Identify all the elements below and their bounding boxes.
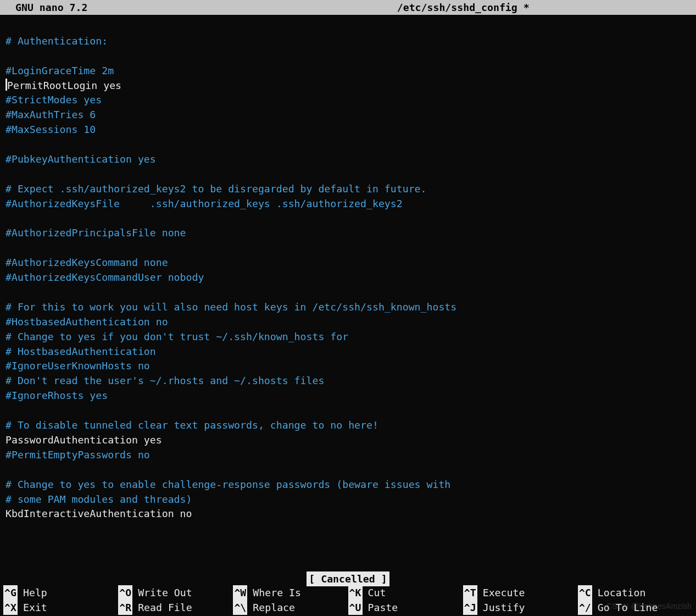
- shortcut-write-out[interactable]: ^OWrite Out: [118, 585, 233, 600]
- editor-line[interactable]: [5, 403, 691, 418]
- editor-line[interactable]: [5, 167, 691, 182]
- editor-line[interactable]: [5, 463, 691, 478]
- shortcut-exit[interactable]: ^XExit: [3, 600, 118, 615]
- editor-line[interactable]: # Change to yes to enable challenge-resp…: [5, 478, 691, 492]
- editor-line[interactable]: #MaxAuthTries 6: [5, 108, 691, 123]
- editor-line[interactable]: # Authentication:: [5, 34, 691, 49]
- shortcut-paste[interactable]: ^UPaste: [348, 600, 463, 615]
- editor-line[interactable]: #PermitEmptyPasswords no: [5, 448, 691, 463]
- editor-line[interactable]: #IgnoreRhosts yes: [5, 389, 691, 403]
- comment-text: #IgnoreRhosts yes: [5, 390, 108, 401]
- shortcut-replace[interactable]: ^\Replace: [233, 600, 348, 615]
- editor-line[interactable]: # HostbasedAuthentication: [5, 345, 691, 359]
- editor-line[interactable]: PasswordAuthentication yes: [5, 433, 691, 448]
- comment-text: # HostbasedAuthentication: [5, 346, 156, 357]
- editor-line[interactable]: # For this to work you will also need ho…: [5, 300, 691, 315]
- editor-line[interactable]: #IgnoreUserKnownHosts no: [5, 359, 691, 374]
- editor-line[interactable]: [5, 241, 691, 256]
- shortcut-execute[interactable]: ^TExecute: [463, 585, 578, 600]
- comment-text: # Change to yes if you don't trust ~/.ss…: [5, 331, 348, 342]
- comment-text: #PermitEmptyPasswords no: [5, 449, 150, 460]
- comment-text: #LoginGraceTime 2m: [5, 65, 114, 76]
- shortcut-row-1: ^GHelp^OWrite Out^WWhere Is^KCut^TExecut…: [3, 585, 693, 600]
- shortcut-label: Execute: [477, 585, 525, 600]
- shortcut-key: ^\: [233, 600, 247, 615]
- comment-text: #AuthorizedKeysCommand none: [5, 257, 168, 268]
- config-text: PasswordAuthentication yes: [5, 434, 162, 446]
- shortcut-location[interactable]: ^CLocation: [578, 585, 693, 600]
- comment-text: # Don't read the user's ~/.rhosts and ~/…: [5, 375, 324, 386]
- comment-text: #AuthorizedKeysCommandUser nobody: [5, 271, 204, 283]
- shortcut-row-2: ^XExit^RRead File^\Replace^UPaste^JJusti…: [3, 600, 693, 615]
- shortcut-label: Write Out: [132, 585, 192, 600]
- comment-text: # Change to yes to enable challenge-resp…: [5, 479, 450, 490]
- editor-line[interactable]: [5, 49, 691, 64]
- shortcut-label: Paste: [363, 600, 398, 615]
- comment-text: # Expect .ssh/authorized_keys2 to be dis…: [5, 183, 427, 195]
- shortcut-label: Help: [18, 585, 47, 600]
- comment-text: #HostbasedAuthentication no: [5, 316, 168, 328]
- editor-line[interactable]: #LoginGraceTime 2m: [5, 64, 691, 79]
- config-text: PermitRootLogin yes: [7, 80, 121, 91]
- shortcut-justify[interactable]: ^JJustify: [463, 600, 578, 615]
- comment-text: # Authentication:: [5, 35, 108, 47]
- editor-line[interactable]: #AuthorizedKeysCommandUser nobody: [5, 270, 691, 285]
- editor-line[interactable]: #PubkeyAuthentication yes: [5, 152, 691, 167]
- editor-line[interactable]: KbdInteractiveAuthentication no: [5, 507, 691, 521]
- shortcut-key: ^J: [463, 600, 477, 615]
- editor-line[interactable]: # Change to yes if you don't trust ~/.ss…: [5, 330, 691, 345]
- comment-text: #AuthorizedPrincipalsFile none: [5, 227, 186, 238]
- shortcut-help[interactable]: ^GHelp: [3, 585, 118, 600]
- app-name: GNU nano 7.2: [5, 0, 87, 15]
- comment-text: #MaxSessions 10: [5, 124, 96, 135]
- shortcut-key: ^O: [118, 585, 132, 600]
- status-message: [ Cancelled ]: [307, 571, 389, 586]
- shortcut-label: Cut: [363, 585, 386, 600]
- editor-line[interactable]: [5, 212, 691, 226]
- shortcut-key: ^U: [348, 600, 363, 615]
- config-text: KbdInteractiveAuthentication no: [5, 508, 192, 519]
- comment-text: #AuthorizedKeysFile .ssh/authorized_keys…: [5, 198, 403, 209]
- editor-line[interactable]: PermitRootLogin yes: [5, 79, 691, 93]
- shortcut-key: ^W: [233, 585, 247, 600]
- shortcut-read-file[interactable]: ^RRead File: [118, 600, 233, 615]
- shortcut-label: Exit: [18, 600, 47, 615]
- shortcut-key: ^X: [3, 600, 18, 615]
- watermark: CSDN @HolmesAmzish: [606, 599, 692, 614]
- shortcut-key: ^R: [118, 600, 132, 615]
- filename: /etc/ssh/sshd_config *: [87, 0, 691, 15]
- shortcut-key: ^C: [578, 585, 592, 600]
- editor-line[interactable]: # To disable tunneled clear text passwor…: [5, 418, 691, 433]
- shortcut-label: Justify: [477, 600, 525, 615]
- comment-text: # For this to work you will also need ho…: [5, 301, 456, 313]
- shortcut-cut[interactable]: ^KCut: [348, 585, 463, 600]
- shortcut-label: Read File: [132, 600, 192, 615]
- editor-line[interactable]: # some PAM modules and threads): [5, 492, 691, 507]
- comment-text: #PubkeyAuthentication yes: [5, 153, 156, 165]
- editor-line[interactable]: [5, 19, 691, 34]
- shortcut-key: ^G: [3, 585, 18, 600]
- shortcut-label: Where Is: [247, 585, 301, 600]
- shortcut-where-is[interactable]: ^WWhere Is: [233, 585, 348, 600]
- comment-text: #MaxAuthTries 6: [5, 109, 96, 120]
- nano-titlebar: GNU nano 7.2 /etc/ssh/sshd_config *: [0, 0, 696, 15]
- editor-line[interactable]: [5, 137, 691, 152]
- editor-line[interactable]: [5, 285, 691, 300]
- editor-content[interactable]: # Authentication:#LoginGraceTime 2mPermi…: [0, 15, 696, 521]
- editor-line[interactable]: #AuthorizedKeysCommand none: [5, 256, 691, 270]
- editor-line[interactable]: # Don't read the user's ~/.rhosts and ~/…: [5, 374, 691, 389]
- shortcut-bar: ^GHelp^OWrite Out^WWhere Is^KCut^TExecut…: [0, 585, 696, 616]
- status-bar: [ Cancelled ]: [0, 571, 696, 586]
- editor-line[interactable]: # Expect .ssh/authorized_keys2 to be dis…: [5, 182, 691, 197]
- comment-text: # some PAM modules and threads): [5, 493, 192, 505]
- editor-line[interactable]: #MaxSessions 10: [5, 123, 691, 137]
- editor-line[interactable]: #StrictModes yes: [5, 93, 691, 108]
- comment-text: #IgnoreUserKnownHosts no: [5, 360, 150, 371]
- editor-line[interactable]: #AuthorizedKeysFile .ssh/authorized_keys…: [5, 197, 691, 212]
- shortcut-key: ^T: [463, 585, 477, 600]
- editor-line[interactable]: #HostbasedAuthentication no: [5, 315, 691, 330]
- editor-line[interactable]: #AuthorizedPrincipalsFile none: [5, 226, 691, 241]
- shortcut-label: Replace: [247, 600, 295, 615]
- comment-text: #StrictModes yes: [5, 94, 102, 106]
- shortcut-key: ^K: [348, 585, 363, 600]
